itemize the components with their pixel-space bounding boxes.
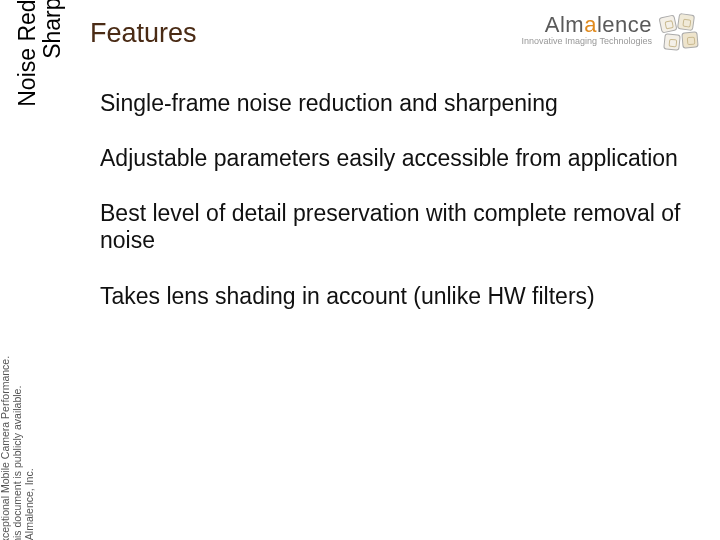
footer-block: Mobile Imaging Solutions for Exceptional… xyxy=(0,356,35,540)
section-title: Noise Reduction and Sharpening xyxy=(15,0,66,130)
logo-tagline: Innovative Imaging Technologies xyxy=(522,36,652,46)
body-content: Single-frame noise reduction and sharpen… xyxy=(100,90,690,338)
slide-heading: Features xyxy=(90,18,197,49)
footer-line: Exceptional Mobile Camera Performance. xyxy=(0,356,11,540)
section-title-line2: Sharpening xyxy=(40,0,65,130)
feature-bullet: Single-frame noise reduction and sharpen… xyxy=(100,90,690,117)
footer-line: This document is publicly available. xyxy=(11,356,23,540)
section-title-line1: Noise Reduction and xyxy=(14,0,40,107)
company-logo: Almalence Innovative Imaging Technologie… xyxy=(522,12,700,46)
logo-wordmark: Almalence xyxy=(522,12,652,38)
feature-bullet: Adjustable parameters easily accessible … xyxy=(100,145,690,172)
feature-bullet: Takes lens shading in account (unlike HW… xyxy=(100,283,690,310)
feature-bullet: Best level of detail preservation with c… xyxy=(100,200,690,254)
footer-line: © Almalence, Inc. xyxy=(23,356,35,540)
logo-mark-icon xyxy=(660,14,702,56)
